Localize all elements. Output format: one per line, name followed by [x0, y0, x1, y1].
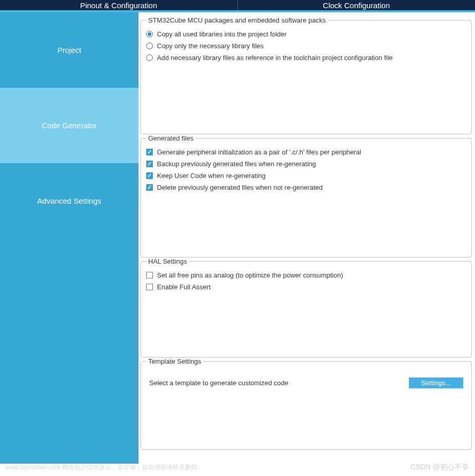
watermark-right: CSDN @初心不享: [410, 463, 469, 472]
sidebar-item-project[interactable]: Project: [0, 12, 138, 88]
checkbox-icon[interactable]: [146, 149, 153, 155]
checkbox-icon[interactable]: [146, 284, 153, 290]
sidebar-item-code-generator[interactable]: Code Generator: [0, 88, 138, 163]
radio-row-copy-all[interactable]: Copy all used libraries into the project…: [146, 28, 466, 40]
tab-clock-configuration[interactable]: Clock Configuration: [238, 0, 476, 10]
radio-label: Add necessary library files as reference…: [157, 54, 393, 62]
checkbox-icon[interactable]: [146, 272, 153, 279]
radio-label: Copy all used libraries into the project…: [157, 30, 287, 38]
template-description: Select a template to generate customized…: [149, 379, 288, 387]
legend-generated-files: Generated files: [146, 134, 195, 142]
checkbox-row-free-pins-analog[interactable]: Set all free pins as analog (to optimize…: [146, 269, 466, 281]
fieldset-template-settings: Template Settings Select a template to g…: [141, 358, 472, 450]
checkbox-label: Backup previously generated files when r…: [157, 160, 316, 168]
radio-row-copy-necessary[interactable]: Copy only the necessary library files: [146, 40, 466, 52]
checkbox-label: Generate peripheral initialization as a …: [157, 148, 361, 156]
checkbox-icon[interactable]: [146, 172, 153, 179]
radio-icon[interactable]: [146, 31, 153, 37]
radio-icon[interactable]: [146, 54, 153, 61]
top-tabs: Pinout & Configuration Clock Configurati…: [0, 0, 475, 12]
settings-button[interactable]: Settings...: [409, 378, 463, 388]
checkbox-icon[interactable]: [146, 161, 153, 167]
radio-label: Copy only the necessary library files: [157, 42, 264, 50]
sidebar: Project Code Generator Advanced Settings: [0, 12, 138, 464]
fieldset-hal-settings: HAL Settings Set all free pins as analog…: [141, 257, 472, 358]
checkbox-row-keep-user-code[interactable]: Keep User Code when re-generating: [146, 170, 466, 182]
legend-hal-settings: HAL Settings: [146, 257, 189, 265]
checkbox-label: Set all free pins as analog (to optimize…: [157, 271, 343, 279]
tab-pinout-configuration[interactable]: Pinout & Configuration: [0, 0, 238, 10]
radio-row-add-reference[interactable]: Add necessary library files as reference…: [146, 52, 466, 64]
checkbox-row-delete-generated[interactable]: Delete previously generated files when n…: [146, 182, 466, 193]
sidebar-fill: [0, 239, 138, 464]
main-panel: STM32Cube MCU packages and embedded soft…: [138, 12, 475, 464]
checkbox-label: Enable Full Assert: [157, 283, 211, 291]
watermark-left: www.toymoban.com 网络图片仅供展示，非存储，如有侵权请联系删除。: [5, 463, 204, 472]
checkbox-label: Keep User Code when re-generating: [157, 172, 266, 180]
checkbox-label: Delete previously generated files when n…: [157, 184, 323, 191]
fieldset-mcu-packages: STM32Cube MCU packages and embedded soft…: [141, 16, 472, 134]
legend-mcu-packages: STM32Cube MCU packages and embedded soft…: [146, 16, 328, 24]
fieldset-generated-files: Generated files Generate peripheral init…: [141, 134, 472, 257]
checkbox-row-enable-full-assert[interactable]: Enable Full Assert: [146, 281, 466, 293]
radio-icon[interactable]: [146, 43, 153, 49]
checkbox-row-generate-peripheral[interactable]: Generate peripheral initialization as a …: [146, 146, 466, 158]
legend-template-settings: Template Settings: [146, 358, 203, 365]
sidebar-item-advanced-settings[interactable]: Advanced Settings: [0, 163, 138, 239]
checkbox-row-backup-files[interactable]: Backup previously generated files when r…: [146, 158, 466, 170]
checkbox-icon[interactable]: [146, 184, 153, 191]
